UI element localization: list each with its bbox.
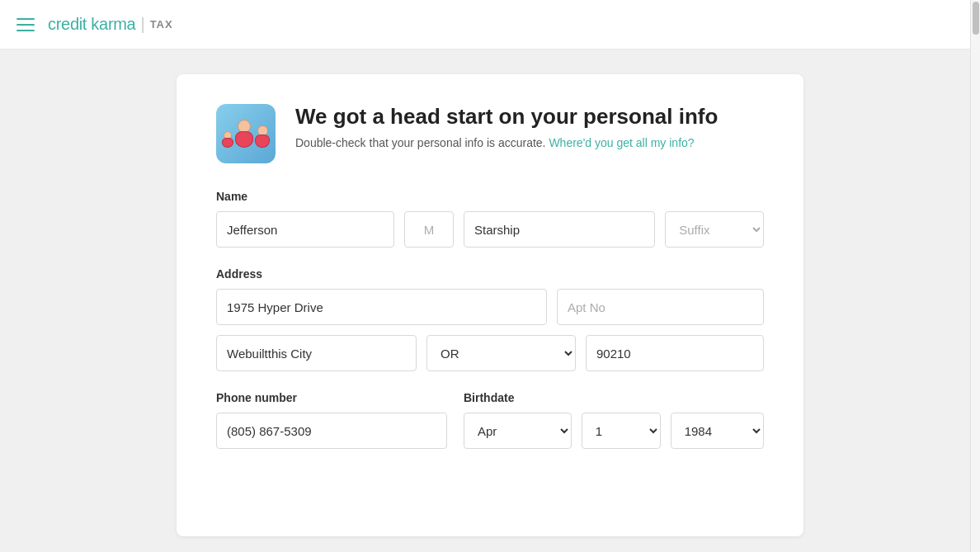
name-label: Name xyxy=(216,190,764,203)
main-content: We got a head start on your personal inf… xyxy=(0,50,980,552)
logo-main-text: credit karma xyxy=(48,15,135,34)
birth-day-select[interactable]: 1234 5678 9101112 13141516 17181920 2122… xyxy=(582,413,661,449)
address-row-1 xyxy=(216,289,764,325)
apt-number-input[interactable] xyxy=(557,289,764,325)
birth-year-select[interactable]: 198419851986 1987198819891990 xyxy=(671,413,764,449)
logo-divider: | xyxy=(140,15,144,34)
middle-initial-input[interactable] xyxy=(404,211,454,248)
state-select[interactable]: ALAKAZAR CACOCTDE FLGAHIID ILINIAKS KYLA… xyxy=(426,335,576,371)
last-name-input[interactable] xyxy=(464,211,655,248)
name-section: Name Suffix Jr. Sr. II III IV xyxy=(216,190,764,248)
address-section: Address ALAKAZAR CACOCTDE FLGAHIID ILINI… xyxy=(216,267,764,371)
card-header: We got a head start on your personal inf… xyxy=(216,104,764,163)
logo: credit karma | TAX xyxy=(48,15,173,34)
phone-section: Phone number xyxy=(216,391,447,449)
zip-code-input[interactable] xyxy=(586,335,764,371)
personal-info-card: We got a head start on your personal inf… xyxy=(177,74,803,536)
birthdate-section: Birthdate JanFebMar AprMayJun JulAugSep … xyxy=(464,391,764,449)
phone-label: Phone number xyxy=(216,391,447,404)
birthdate-inputs: JanFebMar AprMayJun JulAugSep OctNovDec … xyxy=(464,413,764,449)
phone-birthdate-row: Phone number Birthdate JanFebMar AprMayJ… xyxy=(216,391,764,449)
phone-input[interactable] xyxy=(216,413,447,449)
card-title: We got a head start on your personal inf… xyxy=(295,104,718,130)
first-name-input[interactable] xyxy=(216,211,394,248)
dolls-icon xyxy=(222,120,270,148)
avatar xyxy=(216,104,276,163)
card-header-text: We got a head start on your personal inf… xyxy=(295,104,718,149)
street-address-input[interactable] xyxy=(216,289,547,325)
address-label: Address xyxy=(216,267,764,281)
birthdate-label: Birthdate xyxy=(464,391,764,404)
name-row: Suffix Jr. Sr. II III IV xyxy=(216,211,764,248)
subtitle-link[interactable]: Where'd you get all my info? xyxy=(549,136,694,149)
logo-tax-text: TAX xyxy=(150,18,173,31)
header: credit karma | TAX xyxy=(0,0,980,50)
card-subtitle: Double-check that your personal info is … xyxy=(295,136,718,149)
birth-month-select[interactable]: JanFebMar AprMayJun JulAugSep OctNovDec xyxy=(464,413,572,449)
scrollbar-thumb[interactable] xyxy=(973,2,979,35)
subtitle-static: Double-check that your personal info is … xyxy=(295,136,546,149)
address-row-2: ALAKAZAR CACOCTDE FLGAHIID ILINIAKS KYLA… xyxy=(216,335,764,371)
suffix-select[interactable]: Suffix Jr. Sr. II III IV xyxy=(665,211,764,248)
hamburger-menu-icon[interactable] xyxy=(16,18,35,31)
city-input[interactable] xyxy=(216,335,417,371)
scrollbar[interactable] xyxy=(970,0,980,552)
